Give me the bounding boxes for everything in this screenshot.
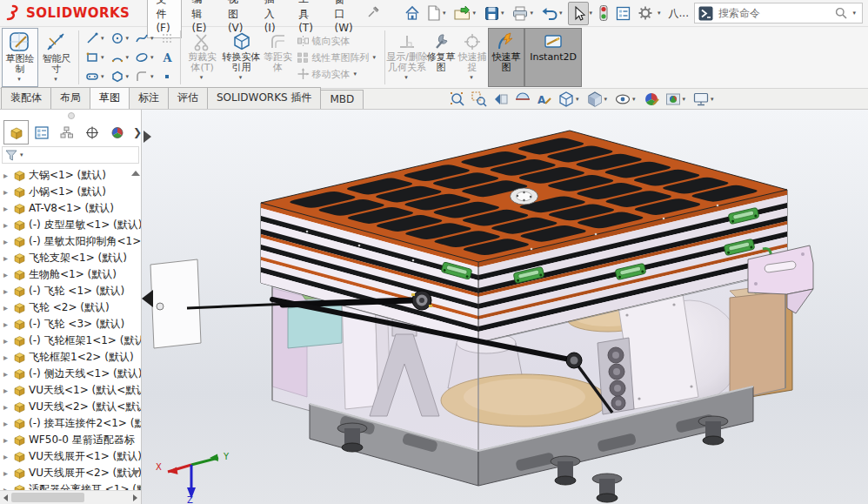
tree-item[interactable]: ▸飞轮框架1<2> (默认)	[0, 349, 141, 366]
expand-arrow-icon[interactable]: ▸	[3, 319, 12, 329]
search-input[interactable]	[717, 6, 831, 20]
text-tool[interactable]: A	[159, 48, 175, 67]
tree-item[interactable]: ▸(-) 皮型星敏<1> (默认)	[0, 217, 141, 233]
view-settings-button[interactable]: ▾	[691, 90, 718, 109]
trim-entities-button[interactable]: 剪裁实体(T)▾	[184, 28, 221, 87]
3d-drawing-view-button[interactable]: A	[535, 90, 554, 109]
expand-arrow-icon[interactable]: ▸	[3, 270, 12, 279]
section-view-button[interactable]	[513, 90, 532, 109]
rebuild-button[interactable]	[595, 1, 612, 25]
select-button[interactable]	[568, 2, 589, 25]
save-dropdown[interactable]: ▾	[501, 10, 504, 17]
expand-arrow-icon[interactable]: ▸	[3, 237, 12, 246]
tab-displaymanager[interactable]	[104, 120, 130, 144]
tree-item[interactable]: ▸VU天线<1> (默认<默认	[0, 382, 141, 399]
hide-show-items-button[interactable]: ▾	[613, 90, 639, 109]
filter-funnel-icon[interactable]	[5, 150, 17, 161]
expand-arrow-icon[interactable]: ▸	[3, 435, 12, 445]
rapid-sketch-button[interactable]: 快速草图	[488, 28, 524, 87]
apply-scene-button[interactable]: ▾	[664, 90, 690, 109]
tree-item[interactable]: ▸VU天线展开<2> (默认)	[0, 465, 141, 481]
expand-arrow-icon[interactable]: ▸	[3, 187, 12, 197]
expand-arrow-icon[interactable]: ▸	[3, 353, 12, 362]
tree-item[interactable]: ▸(-) 飞轮 <3> (默认)	[0, 316, 141, 333]
options-list-button[interactable]	[612, 2, 634, 25]
expand-arrow-icon[interactable]: ▸	[3, 171, 12, 180]
graphics-viewport[interactable]: X Y Z	[142, 110, 868, 504]
sketch-draw-button[interactable]: 草图绘制▾	[2, 28, 38, 87]
line-tool[interactable]: ▾	[84, 29, 108, 48]
open-dropdown[interactable]: ▾	[472, 10, 476, 17]
tree-item[interactable]: ▸VU天线<2> (默认<默认	[0, 399, 141, 415]
expand-arrow-icon[interactable]: ▸	[3, 253, 12, 263]
expand-arrow-icon[interactable]: ▸	[3, 386, 12, 395]
sketch-dropdown[interactable]: ▾	[17, 76, 21, 83]
tree-item[interactable]: ▸VU天线展开<1> (默认)	[0, 448, 141, 465]
point-tool[interactable]	[159, 67, 175, 86]
convert-entities-button[interactable]: 转换实体引用▾	[221, 28, 263, 87]
expand-arrow-icon[interactable]: ▸	[3, 419, 12, 428]
expand-arrow-icon[interactable]: ▸	[3, 303, 12, 312]
tree-item[interactable]: ▸WF50-0 星箭适配器标	[0, 432, 141, 448]
tree-horizontal-scrollbar[interactable]	[0, 490, 141, 504]
tree-item[interactable]: ▸飞轮 <2> (默认)	[0, 299, 141, 316]
view-orientation-button[interactable]: ▾	[557, 90, 583, 109]
tab-3[interactable]: 标注	[129, 87, 169, 109]
smart-dimension-button[interactable]: 智能尺寸▾	[38, 28, 75, 87]
save-button[interactable]: ▾	[481, 2, 510, 25]
tab-propertymanager[interactable]	[29, 120, 54, 144]
print-dropdown[interactable]: ▾	[530, 10, 533, 17]
arc-tool[interactable]: ▾	[110, 48, 133, 67]
zoom-to-fit-button[interactable]	[448, 90, 467, 109]
instant2d-button[interactable]: Instant2D	[524, 28, 582, 87]
tree-item[interactable]: ▸大锅<1> (默认)	[0, 167, 141, 184]
tree-scroll-down[interactable]	[131, 470, 140, 475]
new-dropdown[interactable]: ▾	[443, 10, 446, 17]
expand-arrow-icon[interactable]: ▸	[3, 452, 12, 461]
rectangle-tool[interactable]: ▾	[84, 48, 108, 67]
panel-collapse-arrow[interactable]	[142, 290, 153, 307]
linear-pattern-button[interactable]: 线性草图阵列▾	[297, 51, 379, 64]
select-dropdown[interactable]: ▾	[590, 10, 593, 17]
tab-configurationmanager[interactable]	[54, 120, 79, 144]
flyout-expand-icon[interactable]: ❯	[133, 126, 142, 138]
tree-item[interactable]: ▸飞轮支架<1> (默认)	[0, 250, 141, 266]
open-button[interactable]: ▾	[451, 1, 481, 25]
tab-2[interactable]: 草图	[90, 87, 130, 109]
repair-sketch-button[interactable]: 修复草图	[425, 28, 457, 87]
spline-tool[interactable]: ▾	[134, 29, 157, 48]
tree-scroll-up[interactable]	[131, 171, 140, 176]
expand-arrow-icon[interactable]: ▸	[3, 369, 12, 379]
scroll-left-arrow[interactable]	[3, 494, 8, 501]
sketch-picture-tool[interactable]	[159, 29, 175, 48]
tab-featuremanager-tree[interactable]	[3, 120, 29, 144]
tree-item[interactable]: ▸(-) 星敏太阳抑制角<1>	[0, 233, 141, 250]
expand-arrow-icon[interactable]: ▸	[3, 220, 12, 230]
offset-entities-button[interactable]: 等距实体	[263, 28, 294, 87]
filter-dropdown[interactable]: ▾	[20, 151, 23, 158]
scroll-right-arrow[interactable]	[133, 494, 137, 501]
tree-item[interactable]: ▸(-) 飞轮 <1> (默认)	[0, 283, 141, 299]
zoom-to-area-button[interactable]	[470, 90, 489, 109]
previous-view-button[interactable]	[491, 90, 511, 109]
toolbar-overflow-label[interactable]: 八...	[669, 6, 689, 21]
tab-4[interactable]: 评估	[168, 87, 208, 109]
new-document-button[interactable]: ▾	[424, 1, 451, 25]
expand-arrow-icon[interactable]: ▸	[3, 286, 12, 296]
print-button[interactable]: ▾	[509, 2, 538, 25]
tree-item[interactable]: ▸小锅<1> (默认)	[0, 184, 141, 200]
tree-item[interactable]: ▸(-) 侧边天线<1> (默认)	[0, 366, 141, 382]
quick-snaps-button[interactable]: 快速捕捉▾	[457, 28, 488, 87]
scroll-thumb[interactable]	[11, 493, 84, 502]
ellipse-tool[interactable]: ▾	[134, 48, 157, 67]
expand-arrow-icon[interactable]: ▸	[3, 204, 12, 213]
search-dropdown[interactable]: ▾	[852, 10, 856, 17]
polygon-tool[interactable]: ▾	[110, 67, 133, 86]
undo-button[interactable]: ▾	[538, 2, 568, 25]
expand-arrow-icon[interactable]: ▸	[3, 468, 12, 478]
tab-5[interactable]: SOLIDWORKS 插件	[207, 87, 321, 109]
slot-tool[interactable]: ▾	[84, 67, 108, 86]
move-entities-button[interactable]: 移动实体▾	[297, 68, 379, 81]
tab-0[interactable]: 装配体	[1, 87, 51, 109]
expand-arrow-icon[interactable]: ▸	[3, 402, 12, 412]
